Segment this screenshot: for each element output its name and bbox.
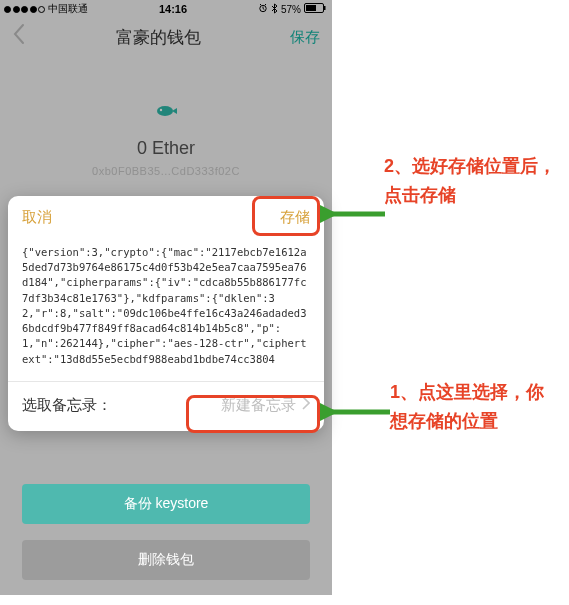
backup-keystore-button[interactable]: 备份 keystore xyxy=(22,484,310,524)
annotation-step-2: 2、选好存储位置后，点击存储 xyxy=(384,152,564,210)
annotation-highlight-store xyxy=(252,196,320,236)
keystore-json-text: {"version":3,"crypto":{"mac":"2117ebcb7e… xyxy=(8,237,324,382)
delete-wallet-button[interactable]: 删除钱包 xyxy=(22,540,310,580)
annotation-step-1: 1、点这里选择，你想存储的位置 xyxy=(390,378,560,436)
memo-label: 选取备忘录： xyxy=(22,396,112,415)
annotation-highlight-memo xyxy=(186,395,320,433)
cancel-button[interactable]: 取消 xyxy=(22,208,52,227)
